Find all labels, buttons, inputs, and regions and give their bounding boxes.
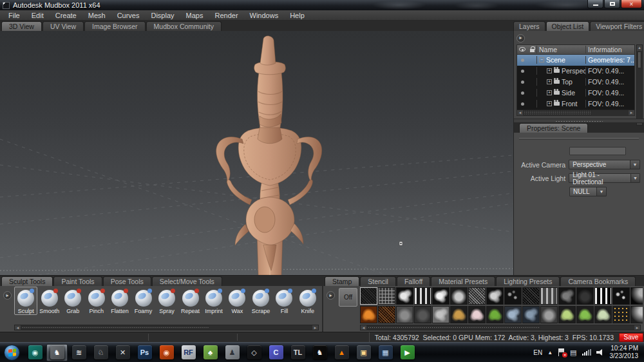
viewport-canvas[interactable] [0, 31, 513, 275]
action-center-flag-icon[interactable]: × [558, 348, 565, 356]
tab-falloff[interactable]: Falloff [397, 276, 430, 286]
close-button[interactable]: × [621, 0, 642, 8]
stamp-thumb[interactable] [396, 287, 413, 305]
seahorse-app-icon[interactable]: ♘ [90, 344, 111, 361]
visibility-dot-icon[interactable] [521, 59, 524, 62]
stamp-thumb[interactable] [450, 287, 468, 305]
stamp-thumb[interactable] [450, 306, 468, 323]
tab-properties-scene[interactable]: Properties: Scene [519, 123, 588, 133]
realflow-icon[interactable]: RF [178, 344, 199, 361]
save-button[interactable]: Save [619, 333, 643, 342]
tree-expand-icon[interactable]: + [547, 79, 552, 84]
photo-viewer-icon[interactable]: ▦ [375, 344, 396, 361]
tab-uv-view[interactable]: UV View [43, 21, 84, 31]
chevron-down-icon[interactable]: ▼ [630, 174, 639, 182]
scene-name-field[interactable] [569, 147, 626, 155]
sword-model[interactable] [216, 36, 322, 275]
scroll-up-icon[interactable]: ▲ [637, 45, 642, 51]
stamp-tray-expand-button[interactable]: ▸ [327, 291, 335, 300]
tab-sculpt-tools[interactable]: Sculpt Tools [1, 276, 53, 286]
tool-fill[interactable]: Fill [272, 287, 296, 315]
stamp-thumb[interactable] [558, 287, 576, 305]
menu-item-mesh[interactable]: Mesh [82, 12, 111, 19]
tab-camera-bookmarks[interactable]: Camera Bookmarks [560, 276, 636, 286]
language-indicator[interactable]: EN [533, 349, 542, 356]
stamp-thumb[interactable] [468, 287, 486, 305]
panel-splitter[interactable] [514, 119, 644, 123]
tab-paint-tools[interactable]: Paint Tools [53, 276, 102, 286]
minimize-button[interactable] [587, 0, 603, 8]
menu-item-help[interactable]: Help [284, 12, 310, 19]
tool-tray-scrollbar[interactable]: ◄ ► [14, 325, 319, 330]
menu-item-edit[interactable]: Edit [26, 12, 50, 19]
stamp-thumb[interactable] [612, 287, 630, 305]
clock[interactable]: 10:24 PM 3/23/2013 [610, 345, 639, 360]
tool-smooth[interactable]: Smooth [37, 287, 61, 315]
stamp-thumb[interactable] [594, 306, 612, 323]
tool-grab[interactable]: Grab [61, 287, 84, 315]
vlc-icon[interactable]: ▲ [331, 344, 352, 361]
object-row-side[interactable]: +SideFOV: 0.49... [517, 88, 634, 99]
stamp-thumb[interactable] [360, 287, 377, 305]
stamp-thumb[interactable] [522, 287, 540, 305]
stamp-thumb[interactable] [486, 287, 504, 305]
menu-item-windows[interactable]: Windows [244, 12, 285, 19]
stamp-thumb[interactable] [378, 287, 395, 305]
volume-icon[interactable] [596, 349, 605, 356]
speedtree-icon[interactable]: ♣ [200, 344, 221, 361]
object-row-perspecti[interactable]: +Perspecti...FOV: 0.49... [517, 66, 634, 77]
object-row-top[interactable]: +TopFOV: 0.49... [517, 77, 634, 88]
visibility-dot-icon[interactable] [521, 91, 524, 95]
tab-object-list[interactable]: Object List [546, 21, 590, 31]
tab-viewport-filters[interactable]: Viewport Filters [590, 21, 644, 31]
object-row-front[interactable]: +FrontFOV: 0.49... [517, 99, 634, 110]
tool-knife[interactable]: Knife [296, 287, 319, 315]
tab-3d-view[interactable]: 3D View [1, 21, 42, 31]
tab-lighting-presets[interactable]: Lighting Presets [496, 276, 560, 286]
tool-wax[interactable]: Wax [225, 287, 249, 315]
object-list-vscrollbar[interactable]: ▲ ▼ [636, 44, 643, 126]
null-dropdown[interactable]: NULL▼ [569, 187, 607, 196]
chevron-down-icon[interactable]: ▼ [596, 187, 606, 196]
stamp-thumb[interactable] [432, 306, 450, 323]
visibility-dot-icon[interactable] [521, 70, 524, 73]
mudbox-icon[interactable]: ♞ [46, 344, 68, 361]
active-light-dropdown[interactable]: Light 01 - Directional▼ [569, 173, 640, 183]
scroll-right-icon[interactable]: ► [629, 110, 634, 115]
stamp-thumb[interactable] [522, 306, 540, 323]
stamp-thumb[interactable] [414, 306, 431, 323]
stamp-thumb[interactable] [414, 287, 431, 305]
menu-item-file[interactable]: File [3, 12, 26, 19]
tray-expand-icon[interactable]: ▲ [547, 350, 553, 356]
visibility-dot-icon[interactable] [521, 81, 524, 84]
stamp-thumb[interactable] [540, 287, 558, 305]
column-information[interactable]: Information [585, 46, 634, 53]
scroll-left-icon[interactable]: ◄ [15, 325, 21, 330]
tab-stamp[interactable]: Stamp [325, 276, 359, 286]
scroll-left-icon[interactable]: ◄ [361, 325, 366, 330]
tool-flatten[interactable]: Flatten [108, 287, 131, 315]
viewport-3d[interactable] [0, 31, 513, 275]
stamp-thumb[interactable] [540, 306, 558, 323]
tool-tray-expand-button[interactable]: ▸ [3, 291, 12, 300]
tree-expand-icon[interactable]: + [547, 68, 552, 73]
scroll-right-icon[interactable]: ► [312, 325, 318, 330]
menu-item-curves[interactable]: Curves [111, 12, 146, 19]
tool-sculpt[interactable]: Sculpt [14, 287, 37, 315]
menu-item-render[interactable]: Render [209, 12, 243, 19]
tab-layers[interactable]: Layers [513, 21, 545, 31]
softimage-icon[interactable]: ✕ [112, 344, 133, 361]
tool-spray[interactable]: Spray [155, 287, 178, 315]
stamp-off-button[interactable]: Off [339, 288, 357, 307]
scroll-right-icon[interactable]: ► [634, 325, 640, 330]
object-list-expand-button[interactable]: ▸ [516, 34, 525, 43]
stamp-thumb[interactable] [468, 306, 486, 323]
stamp-thumb[interactable] [558, 306, 576, 323]
stamp-thumb[interactable] [396, 306, 413, 323]
media-player-icon[interactable]: ▶ [397, 344, 418, 361]
network-signal-icon[interactable] [582, 349, 591, 356]
wave-app-icon[interactable]: ≋ [68, 344, 90, 361]
tree-expand-icon[interactable]: − [539, 57, 544, 62]
pony-app-icon[interactable]: ♞ [309, 344, 330, 361]
stamp-thumb[interactable] [612, 306, 630, 323]
